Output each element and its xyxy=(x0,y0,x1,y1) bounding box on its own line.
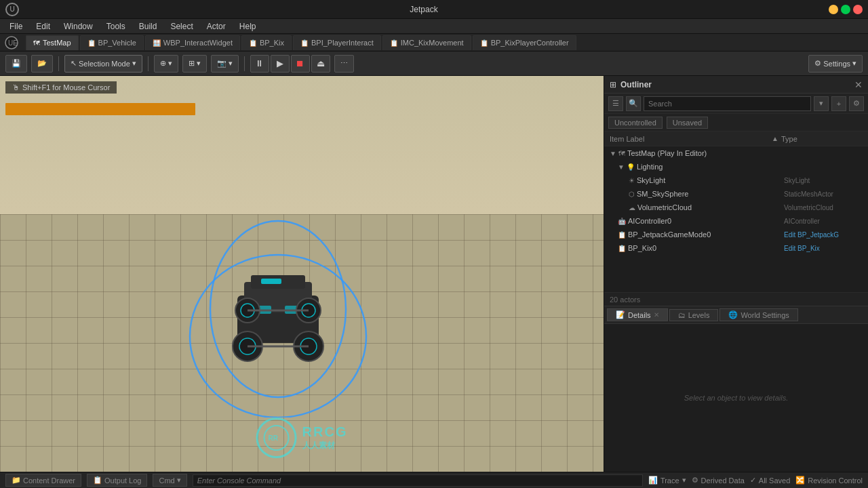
save-button[interactable]: 💾 xyxy=(5,55,27,73)
outliner-search-input[interactable] xyxy=(644,96,811,111)
watermark-title: RRCG xyxy=(302,424,348,440)
outliner-settings-button[interactable]: ⚙ xyxy=(849,96,864,111)
tab-details[interactable]: 📝 Details ✕ xyxy=(607,308,668,321)
tree-jetpack-edit-link[interactable]: Edit BP_JetpackG xyxy=(784,231,839,239)
tree-row-jetpackgamemode[interactable]: 📋 BP_JetpackGameMode0 Edit BP_JetpackG xyxy=(604,228,868,241)
right-panel: ⊞ Outliner ✕ ☰ 🔍 ▾ + ⚙ Uncontrolled Unsa… xyxy=(604,76,868,472)
tab-bpkix[interactable]: 📋 BP_Kix xyxy=(241,35,292,50)
details-panel: 📝 Details ✕ 🗂 Levels 🌐 World Settings Se… xyxy=(604,306,868,472)
watermark-subtitle: 人人素材 xyxy=(302,440,348,451)
settings-chevron-icon: ▾ xyxy=(852,59,856,68)
tree-lighting-label: Lighting xyxy=(637,163,784,171)
content-drawer-button[interactable]: 📁 Content Drawer xyxy=(5,474,81,487)
tab-bpvehicle[interactable]: 📋 BP_Vehicle xyxy=(80,35,144,50)
close-button[interactable] xyxy=(853,5,863,14)
tab-bpiinteract[interactable]: 📋 BPI_PlayerInteract xyxy=(293,35,381,50)
eject-icon: ⏏ xyxy=(317,58,325,68)
tree-row-aicontroller[interactable]: 🤖 AIController0 AIController xyxy=(604,214,868,228)
outliner-filters: Uncontrolled Unsaved xyxy=(604,114,868,131)
mouse-icon: 🖱 xyxy=(12,83,20,92)
outliner-dropdown-button[interactable]: ▾ xyxy=(814,96,829,111)
sort-icon[interactable]: ▲ xyxy=(772,135,778,142)
tree-row-lighting[interactable]: ▼ 💡 Lighting xyxy=(604,160,868,174)
outliner-filter-button[interactable]: ☰ xyxy=(608,96,623,111)
tab-wbpinteract[interactable]: 🪟 WBP_InteractWidget xyxy=(145,35,240,50)
tree-map-icon: 🗺 xyxy=(618,150,625,157)
play-icon: ▶ xyxy=(277,58,283,68)
details-empty-message: Select an object to view details. xyxy=(684,394,788,402)
outliner-tree[interactable]: ▼ 🗺 TestMap (Play In Editor) ▼ 💡 Lightin… xyxy=(604,146,868,292)
tree-row-bpkix0[interactable]: 📋 BP_Kix0 Edit BP_Kix xyxy=(604,241,868,255)
menu-tools[interactable]: Tools xyxy=(100,20,132,33)
outliner-title: Outliner xyxy=(620,80,652,89)
outliner-add-button[interactable]: + xyxy=(831,96,846,111)
tab-levels[interactable]: 🗂 Levels xyxy=(669,309,719,321)
play-button[interactable]: ▶ xyxy=(271,55,290,73)
outliner-close-button[interactable]: ✕ xyxy=(854,79,863,90)
settings-label: Settings xyxy=(823,60,850,68)
menu-window[interactable]: Window xyxy=(57,20,100,33)
world-icon: 🌐 xyxy=(728,310,738,319)
title-bar: U Jetpack xyxy=(0,0,868,19)
derived-data-status: ⚙ Derived Data xyxy=(692,476,745,485)
menu-edit[interactable]: Edit xyxy=(29,20,57,33)
filter-unsaved[interactable]: Unsaved xyxy=(667,117,708,129)
grid-icon: ⊞ xyxy=(610,80,616,89)
tab-bpkix-label: BP_Kix xyxy=(260,39,284,47)
camera-chevron-icon: ▾ xyxy=(229,59,233,68)
col-label-header: Item Label xyxy=(610,135,772,143)
vehicle-area xyxy=(170,201,387,418)
console-input[interactable] xyxy=(193,474,643,487)
filter-uncontrolled[interactable]: Uncontrolled xyxy=(608,117,663,129)
tab-imckix[interactable]: 📋 IMC_KixMovement xyxy=(382,35,471,50)
extras-button[interactable]: ⋯ xyxy=(334,55,354,73)
tree-row-volumetriccloud[interactable]: ☁ VolumetricCloud VolumetricCloud xyxy=(604,201,868,214)
minimize-button[interactable] xyxy=(829,5,838,14)
outliner-search-button[interactable]: 🔍 xyxy=(626,96,641,111)
tab-bpvehicle-label: BP_Vehicle xyxy=(98,39,136,47)
viewport[interactable]: 🖱 Shift+F1 for Mouse Cursor RR RRCG 人人素材 xyxy=(0,76,604,472)
tree-row-skylight[interactable]: ☀ SkyLight SkyLight xyxy=(604,174,868,187)
tab-world-settings[interactable]: 🌐 World Settings xyxy=(719,308,797,321)
details-tab-close[interactable]: ✕ xyxy=(654,311,659,319)
settings-button[interactable]: ⚙ Settings ▾ xyxy=(808,55,863,73)
menu-help[interactable]: Help xyxy=(233,20,263,33)
pause-button[interactable]: ⏸ xyxy=(250,55,269,73)
output-log-button[interactable]: 📋 Output Log xyxy=(87,474,147,487)
details-icon: 📝 xyxy=(616,310,625,319)
world-settings-tab-label: World Settings xyxy=(741,311,789,319)
details-tab-label: Details xyxy=(628,311,651,319)
transform-button[interactable]: ⊕ ▾ xyxy=(154,55,178,73)
menu-build[interactable]: Build xyxy=(132,20,164,33)
snap-button[interactable]: ⊞ ▾ xyxy=(182,55,207,73)
eject-button[interactable]: ⏏ xyxy=(311,55,330,73)
svg-rect-7 xyxy=(261,279,281,284)
maximize-button[interactable] xyxy=(841,5,850,14)
tab-bpkixctrl-label: BP_KixPlayerController xyxy=(491,39,569,47)
trace-status: 📊 Trace ▾ xyxy=(648,476,686,485)
tree-aicontroller-type: AIController xyxy=(784,218,865,225)
tab-wbpinteract-icon: 🪟 xyxy=(153,39,161,47)
menu-file[interactable]: File xyxy=(3,20,29,33)
tree-row-skysphere[interactable]: ⬡ SM_SkySphere StaticMeshActor xyxy=(604,187,868,201)
viewport-hint-text: Shift+F1 for Mouse Cursor xyxy=(22,83,110,92)
tab-bpkixctrl[interactable]: 📋 BP_KixPlayerController xyxy=(473,35,576,50)
tree-skylight-label: SkyLight xyxy=(637,176,784,184)
menu-select[interactable]: Select xyxy=(163,20,199,33)
camera-button[interactable]: 📷 ▾ xyxy=(211,55,239,73)
tab-testmap[interactable]: 🗺 TestMap xyxy=(26,35,79,50)
menu-bar: File Edit Window Tools Build Select Acto… xyxy=(0,19,868,34)
stop-button[interactable]: ⏹ xyxy=(291,55,310,73)
tree-row-testmap[interactable]: ▼ 🗺 TestMap (Play In Editor) xyxy=(604,146,868,160)
tree-kix-edit-link[interactable]: Edit BP_Kix xyxy=(784,245,820,252)
details-content: Select an object to view details. xyxy=(604,324,868,472)
trace-chevron-icon: ▾ xyxy=(682,476,686,485)
selection-mode-button[interactable]: ↖ Selection Mode ▾ xyxy=(64,55,142,73)
tab-bpkixctrl-icon: 📋 xyxy=(480,39,488,47)
tree-bpkix0-type: Edit BP_Kix xyxy=(784,245,865,252)
tab-bpvehicle-icon: 📋 xyxy=(87,39,96,47)
menu-actor[interactable]: Actor xyxy=(200,20,233,33)
pause-icon: ⏸ xyxy=(255,58,264,68)
cmd-button[interactable]: Cmd ▾ xyxy=(153,474,186,487)
browse-button[interactable]: 📂 xyxy=(31,55,53,73)
